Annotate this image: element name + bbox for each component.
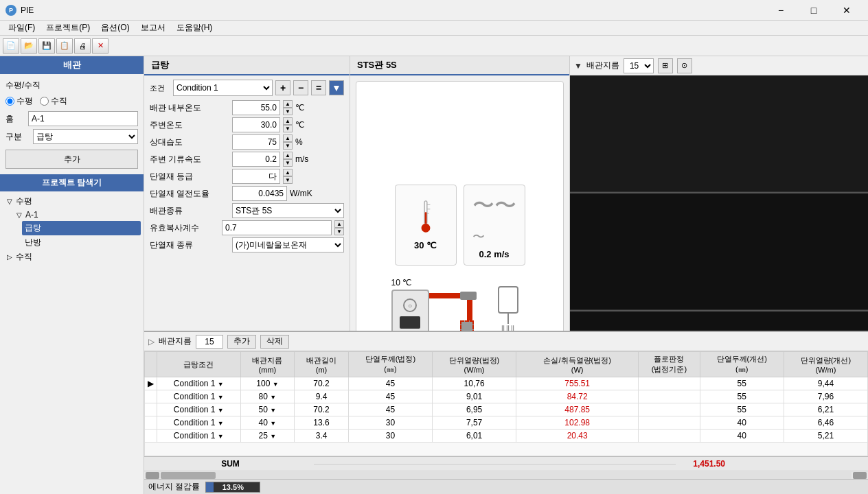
menu-project[interactable]: 프로젝트(P) [41, 21, 95, 35]
pipe-diameter-dropdown[interactable]: 152025324050 [624, 58, 654, 73]
toolbar-open[interactable]: 📂 [21, 38, 37, 54]
toolbar-close[interactable]: ✕ [92, 38, 108, 54]
menu-file[interactable]: 파일(F) [3, 21, 41, 35]
sts-header: STS관 5S [350, 56, 569, 75]
spin-up-radiation[interactable]: ▲ [334, 220, 344, 228]
spin-up-airflow[interactable]: ▲ [283, 152, 293, 159]
spin-dn-radiation[interactable]: ▼ [334, 228, 344, 235]
spin-dn-humidity[interactable]: ▼ [283, 142, 293, 150]
field-input-radiation[interactable] [222, 220, 332, 235]
field-select-pipe-type[interactable]: STS관 5S [232, 203, 344, 218]
field-input-humidity[interactable] [232, 134, 280, 150]
condition-minus-btn[interactable]: − [293, 80, 308, 95]
radio-horizontal[interactable]: 수평 [5, 95, 33, 107]
add-button[interactable]: 추가 [5, 150, 138, 169]
table-toolbar-icon: ▷ [148, 337, 155, 346]
scroll-area[interactable] [144, 471, 868, 479]
toolbar-save[interactable]: 💾 [38, 38, 55, 54]
expand-sujeok-icon[interactable]: ▷ [5, 253, 14, 261]
wind-box: 〜〜〜 0.2 m/s [464, 185, 525, 266]
field-input-ins-grade[interactable] [232, 169, 280, 184]
field-input-thermal-cond[interactable] [232, 186, 287, 201]
unit-pipe-temp: ℃ [295, 103, 323, 113]
field-label-ins-type: 단열재 종류 [150, 239, 232, 251]
row-unit-heat-imp-4: 6,46 [784, 416, 867, 430]
shower-pipe [507, 314, 509, 324]
category-select[interactable]: 급탕 [33, 129, 138, 144]
row-unit-heat-law-1: 10,76 [433, 377, 516, 390]
scroll-right-btn[interactable] [853, 472, 867, 479]
table-delete-btn[interactable]: 삭제 [260, 335, 289, 349]
scroll-track[interactable] [161, 472, 852, 479]
field-row-thermal-cond: 단열재 열전도율 W/mK [150, 186, 344, 201]
field-input-airflow[interactable] [232, 152, 280, 167]
field-select-ins-type[interactable]: (가)미네랄울보온재 [232, 237, 344, 252]
condition-eq-btn[interactable]: = [311, 80, 326, 95]
expand-a1-icon[interactable]: ▽ [15, 211, 23, 219]
row-pipe-diam-5: 25 ▼ [240, 430, 295, 443]
row-loss-heat-5: 20.43 [516, 430, 639, 443]
row-ins-thick-law-1: 45 [348, 377, 432, 390]
field-input-pipe-temp[interactable] [232, 100, 280, 115]
table-add-btn[interactable]: 추가 [227, 335, 256, 349]
row-loss-heat-3: 487.85 [516, 403, 639, 416]
name-input[interactable] [28, 111, 138, 126]
menu-report[interactable]: 보고서 [135, 21, 171, 35]
spinner-ins-grade: ▲ ▼ [283, 169, 293, 184]
condition-select[interactable]: Condition 1 Condition 2 [173, 80, 273, 96]
spin-dn-airflow[interactable]: ▼ [283, 159, 293, 167]
condition-row: 조건 Condition 1 Condition 2 + − = ▼ [144, 75, 350, 100]
row-flow-judge-3 [639, 403, 700, 416]
field-input-ambient-temp[interactable] [232, 117, 280, 132]
left-panel: 배관 수평/수직 수평 수직 홈 구분 [0, 56, 144, 494]
row-ins-thick-imp-3: 55 [700, 403, 784, 416]
condition-plus-btn[interactable]: + [275, 80, 290, 95]
orientation-group: 수평/수직 [5, 80, 138, 91]
view-btn-1[interactable]: ⊞ [658, 58, 673, 73]
minimize-button[interactable]: − [765, 0, 797, 21]
app-icon: P [5, 5, 16, 16]
toolbar-print[interactable]: 🖨 [74, 38, 91, 54]
row-unit-heat-law-3: 6,95 [433, 403, 516, 416]
radio-vertical[interactable]: 수직 [40, 95, 67, 107]
spin-dn-ins-grade[interactable]: ▼ [283, 176, 293, 184]
menu-help[interactable]: 도움말(H) [171, 21, 218, 35]
field-row-pipe-type: 배관종류 STS관 5S [150, 203, 344, 218]
tree-item-a1[interactable]: ▽ A-1 [12, 209, 141, 221]
row-condition-4: Condition 1 ▼ [157, 416, 241, 430]
empty-cell [145, 443, 868, 456]
field-table: 배관 내부온도 ▲ ▼ ℃ 주변온도 ▲ ▼ [144, 100, 350, 255]
spin-dn-pipe-temp[interactable]: ▼ [283, 108, 293, 115]
row-pipe-len-2: 9.4 [295, 390, 349, 403]
spin-up-humidity[interactable]: ▲ [283, 134, 293, 142]
scroll-thumb[interactable] [161, 472, 216, 479]
field-label-thermal-cond: 단열재 열전도율 [150, 188, 232, 200]
close-button[interactable]: ✕ [831, 0, 863, 21]
tree-item-geuptang[interactable]: 급탕 [22, 221, 141, 235]
menu-options[interactable]: 옵션(O) [95, 21, 135, 35]
tree-item-sujeok[interactable]: ▷ 수직 [3, 250, 141, 264]
row-ins-thick-law-5: 30 [348, 430, 432, 443]
toolbar-saveas[interactable]: 📋 [56, 38, 73, 54]
condition-down-btn[interactable]: ▼ [329, 80, 344, 95]
row-pipe-len-1: 70.2 [295, 377, 349, 390]
tree-item-nanbang[interactable]: 난방 [22, 235, 141, 250]
spin-up-ins-grade[interactable]: ▲ [283, 169, 293, 176]
maximize-button[interactable]: □ [798, 0, 830, 21]
tree-item-root[interactable]: ▽ 수평 [3, 194, 141, 209]
field-label-airflow: 주변 기류속도 [150, 154, 232, 165]
scroll-left-btn[interactable] [146, 472, 159, 479]
row-pipe-diam-1: 100 ▼ [240, 377, 295, 390]
view-btn-2[interactable]: ⊙ [677, 58, 692, 73]
row-loss-heat-2: 84.72 [516, 390, 639, 403]
dark-mid-section [570, 193, 868, 310]
middle-header: 급탕 [144, 56, 350, 75]
expand-root-icon[interactable]: ▽ [5, 198, 14, 206]
table-pipe-input[interactable] [196, 335, 223, 349]
toolbar-new[interactable]: 📄 [3, 38, 19, 54]
row-arrow-1[interactable]: ▶ [145, 377, 157, 390]
spin-dn-ambient[interactable]: ▼ [283, 125, 293, 132]
spin-up-pipe-temp[interactable]: ▲ [283, 100, 293, 108]
field-row-radiation: 유효복사계수 ▲ ▼ [150, 220, 344, 235]
spin-up-ambient[interactable]: ▲ [283, 117, 293, 125]
